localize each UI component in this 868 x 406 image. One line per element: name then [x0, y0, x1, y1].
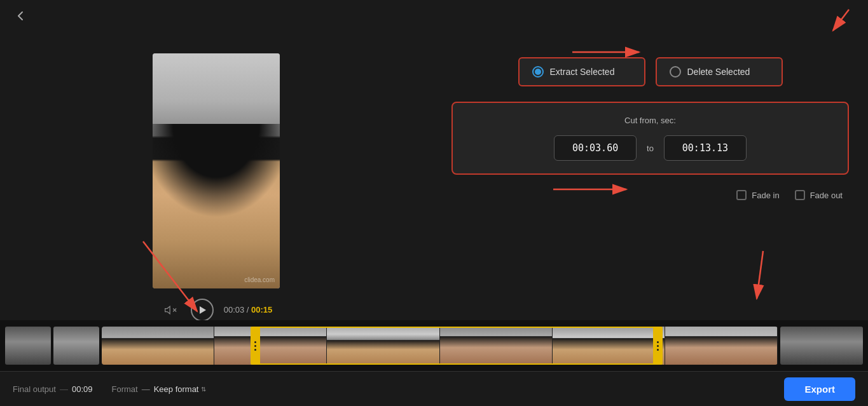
- preview-pane: clidea.com 00:03 / 00:15: [0, 32, 432, 342]
- cut-to-input[interactable]: [664, 135, 747, 161]
- track-bg: [102, 327, 778, 365]
- track-thumb-4: [440, 327, 553, 365]
- delete-label: Delete Selected: [687, 67, 750, 77]
- delete-radio[interactable]: [670, 66, 681, 78]
- pre-thumbnails: [5, 327, 99, 365]
- current-time: 00:03: [224, 305, 245, 315]
- cut-title: Cut from, sec:: [468, 116, 832, 125]
- track-thumb-5: [553, 327, 665, 365]
- video-placeholder: [153, 53, 280, 288]
- format-info: Format — Keep format ⇅: [111, 384, 206, 394]
- format-dash: —: [142, 384, 150, 394]
- mute-icon[interactable]: [160, 300, 181, 320]
- output-duration: 00:09: [72, 384, 93, 394]
- pre-thumb-2: [53, 327, 99, 365]
- track-thumb-1: [102, 327, 214, 365]
- play-button[interactable]: [191, 299, 214, 321]
- fade-in-label: Fade in: [752, 191, 779, 200]
- total-time: 00:15: [251, 305, 272, 315]
- track-thumb-2: [214, 327, 327, 365]
- pre-thumb-1: [5, 327, 51, 365]
- watermark: clidea.com: [244, 276, 275, 283]
- cut-section: Cut from, sec: to: [451, 102, 849, 175]
- extract-label: Extract Selected: [550, 67, 615, 77]
- fade-out-checkbox[interactable]: [795, 190, 805, 200]
- fade-row: Fade in Fade out: [451, 190, 849, 200]
- extract-selected-option[interactable]: Extract Selected: [518, 57, 645, 86]
- post-thumbnails: [780, 327, 863, 365]
- final-output-label: Final output: [13, 384, 56, 394]
- format-label: Format: [111, 384, 137, 394]
- track-thumb-3: [327, 327, 439, 365]
- timeline-area: [0, 320, 868, 371]
- fade-out-option[interactable]: Fade out: [795, 190, 843, 200]
- cut-inputs: to: [468, 135, 832, 161]
- controls-bar: 00:03 / 00:15: [160, 299, 273, 321]
- format-arrow-icon: ⇅: [201, 386, 206, 393]
- cut-from-input[interactable]: [554, 135, 637, 161]
- fade-in-option[interactable]: Fade in: [736, 190, 779, 200]
- video-frame: clidea.com: [153, 53, 280, 288]
- time-separator: /: [247, 305, 251, 315]
- to-label: to: [647, 144, 654, 153]
- output-dash: —: [60, 384, 68, 394]
- extract-radio[interactable]: [532, 66, 544, 78]
- delete-selected-option[interactable]: Delete Selected: [656, 57, 783, 86]
- track-thumb-6: [665, 327, 778, 365]
- output-info: Final output — 00:09: [13, 384, 92, 394]
- fade-out-label: Fade out: [810, 191, 843, 200]
- radio-inner: [535, 69, 541, 75]
- export-button[interactable]: Export: [784, 377, 855, 401]
- format-select[interactable]: Keep format ⇅: [154, 384, 207, 394]
- bottom-bar: Final output — 00:09 Format — Keep forma…: [0, 371, 868, 406]
- fade-in-checkbox[interactable]: [736, 190, 747, 200]
- timeline-track[interactable]: [102, 327, 778, 365]
- back-button[interactable]: [10, 6, 31, 26]
- top-bar: [0, 0, 868, 32]
- time-display: 00:03 / 00:15: [224, 305, 273, 315]
- action-row: Extract Selected Delete Selected: [451, 57, 849, 86]
- main-area: clidea.com 00:03 / 00:15: [0, 32, 868, 342]
- svg-marker-8: [200, 306, 206, 314]
- format-value: Keep format: [154, 384, 199, 394]
- right-pane: Extract Selected Delete Selected Cut fro…: [432, 32, 868, 342]
- post-thumb-1: [780, 327, 863, 365]
